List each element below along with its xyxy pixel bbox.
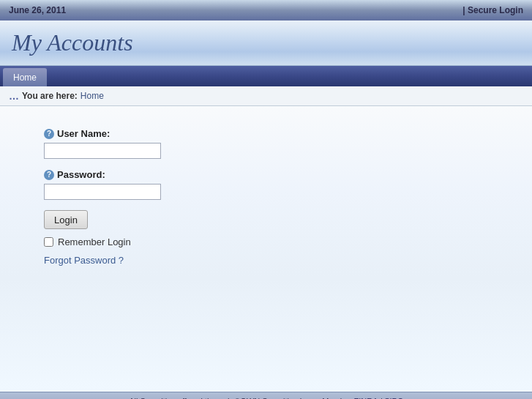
- login-form: ? User Name: ? Password: Login Remember …: [44, 121, 488, 273]
- password-field-label: ? Password:: [44, 169, 488, 180]
- remember-login-row: Remember Login: [44, 236, 488, 247]
- main-content: ? User Name: ? Password: Login Remember …: [0, 106, 532, 392]
- date-label: June 26, 2011: [9, 5, 66, 15]
- nav-tab-home-label: Home: [13, 72, 37, 83]
- breadcrumb: … You are here: Home: [0, 86, 532, 106]
- username-help-icon[interactable]: ?: [44, 129, 54, 139]
- login-button[interactable]: Login: [44, 210, 88, 229]
- password-label-text: Password:: [57, 169, 105, 180]
- username-field-label: ? User Name:: [44, 128, 488, 139]
- page-title: My Accounts: [12, 29, 133, 56]
- secure-login-label: | Secure Login: [462, 5, 523, 15]
- remember-label: Remember Login: [58, 236, 131, 247]
- header: My Accounts: [0, 20, 532, 66]
- footer: All Securities offered through ©GWN Secu…: [0, 392, 532, 399]
- forgot-password-link[interactable]: Forgot Password ?: [44, 255, 124, 266]
- password-help-icon[interactable]: ?: [44, 170, 54, 180]
- top-bar: June 26, 2011 | Secure Login: [0, 0, 532, 20]
- breadcrumb-home: Home: [80, 91, 104, 101]
- username-label-text: User Name:: [57, 128, 110, 139]
- password-input[interactable]: [44, 184, 161, 200]
- username-input[interactable]: [44, 143, 161, 159]
- nav-tab-home[interactable]: Home: [3, 68, 47, 86]
- remember-checkbox[interactable]: [44, 237, 53, 247]
- breadcrumb-you-are-here: You are here:: [22, 91, 78, 101]
- nav-bar: Home: [0, 66, 532, 86]
- breadcrumb-arrow: …: [9, 90, 19, 102]
